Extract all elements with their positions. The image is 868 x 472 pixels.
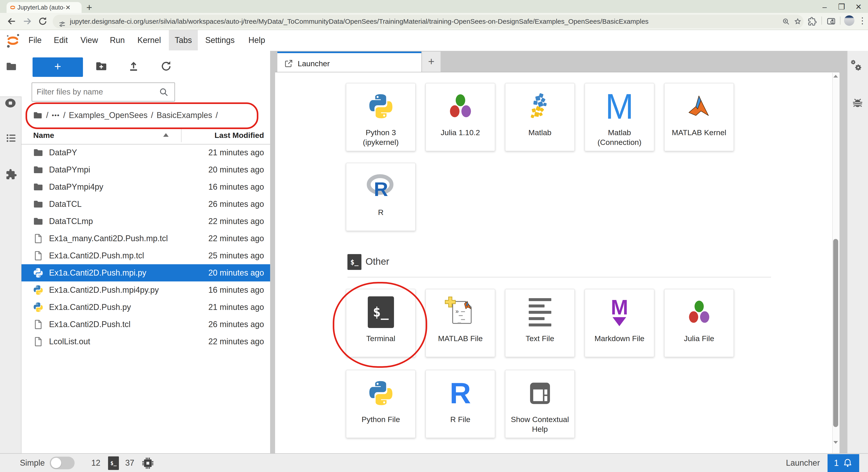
file-name: DataPYmpi	[49, 165, 90, 175]
launcher-card-label: R	[348, 208, 413, 217]
launcher-card-matlab-file[interactable]: » MATLAB File	[426, 289, 495, 357]
python-file-icon	[33, 302, 43, 313]
tab-close-icon[interactable]: ✕	[65, 4, 70, 11]
file-row[interactable]: Ex1a.Canti2D.Push.mpi4py.py 16 minutes a…	[22, 281, 270, 298]
file-row[interactable]: Ex1a.Canti2D.Push.tcl 26 minutes ago	[22, 316, 270, 333]
file-list-header[interactable]: Name Last Modified	[22, 128, 270, 145]
tab-search-icon[interactable]	[827, 17, 836, 26]
menu-tabs[interactable]: Tabs	[169, 30, 198, 51]
profile-avatar[interactable]	[844, 15, 855, 26]
launcher-card-matlab-connection-kernel[interactable]: M Matlab (Connection)	[585, 83, 654, 151]
file-modified: 20 minutes ago	[209, 268, 264, 278]
running-kernels-icon[interactable]	[4, 97, 16, 109]
tabbar-divider	[275, 72, 839, 72]
file-row[interactable]: DataTCL 26 minutes ago	[22, 195, 270, 213]
launcher-card-r-kernel[interactable]: R R	[346, 163, 416, 231]
upload-icon[interactable]	[127, 60, 140, 72]
file-row[interactable]: DataPYmpi4py 16 minutes ago	[22, 178, 270, 195]
file-row[interactable]: Ex1a.Canti2D.Push.py 21 minutes ago	[22, 298, 270, 316]
launcher-card-python-file[interactable]: Python File	[346, 370, 416, 438]
new-launcher-button[interactable]: +	[33, 57, 83, 77]
matlab-membrane-icon	[664, 87, 734, 125]
file-browser-icon[interactable]	[5, 61, 17, 72]
menu-settings[interactable]: Settings	[199, 30, 241, 51]
filter-files-box[interactable]	[32, 83, 175, 101]
browser-menu-icon[interactable]: ⋮	[858, 15, 867, 26]
terminal-count[interactable]: 12	[91, 458, 100, 468]
notification-badge[interactable]: 1	[828, 454, 859, 472]
property-inspector-gears-icon[interactable]	[850, 59, 864, 74]
matlab-puzzle-icon	[505, 87, 575, 125]
file-row[interactable]: LcolList.out 22 minutes ago	[22, 333, 270, 350]
file-name: Ex1a.Canti2D.Push.mpi4py.py	[49, 285, 159, 295]
launcher-card-label: Python File	[348, 415, 413, 424]
launcher-card-markdown-file[interactable]: M Markdown File	[585, 289, 654, 357]
back-icon[interactable]	[6, 16, 17, 27]
file-row[interactable]: DataPY 21 minutes ago	[22, 144, 270, 161]
menu-kernel[interactable]: Kernel	[131, 30, 167, 51]
kernel-count[interactable]: 37	[125, 458, 134, 468]
file-name: Ex1a_many.Canti2D.Push.mp.tcl	[49, 234, 168, 243]
new-tab-button[interactable]: +	[86, 3, 92, 12]
file-row[interactable]: Ex1a_many.Canti2D.Push.mp.tcl 22 minutes…	[22, 230, 270, 247]
debugger-bug-icon[interactable]	[851, 97, 864, 109]
launcher-card-julia-file[interactable]: Julia File	[664, 289, 734, 357]
launcher-card-matlab-kernel-2[interactable]: MATLAB Kernel	[664, 83, 734, 151]
refresh-icon[interactable]	[160, 60, 173, 72]
menu-edit[interactable]: Edit	[48, 30, 74, 51]
site-settings-icon[interactable]	[58, 20, 66, 28]
file-row[interactable]: Ex1a.Canti2D.Push.mp.tcl 25 minutes ago	[22, 247, 270, 264]
left-activity-bar-top	[0, 51, 22, 97]
launcher-card-matlab-kernel[interactable]: Matlab	[505, 83, 575, 151]
launcher-card-julia-kernel[interactable]: Julia 1.10.2	[426, 83, 495, 151]
file-modified: 20 minutes ago	[209, 165, 264, 175]
file-icon	[33, 336, 43, 347]
url-text[interactable]: jupyter.designsafe-ci.org/user/silvia/la…	[70, 18, 777, 25]
window-minimize-button[interactable]: –	[818, 2, 831, 11]
file-row[interactable]: DataPYmpi 20 minutes ago	[22, 161, 270, 178]
window-restore-button[interactable]: ❐	[835, 2, 848, 11]
window-close-button[interactable]: ✕	[852, 2, 865, 11]
annotation-terminal-circle	[333, 282, 427, 368]
tab-launcher[interactable]: Launcher	[277, 52, 421, 74]
python-file-icon	[33, 268, 43, 278]
menu-view[interactable]: View	[74, 30, 104, 51]
launcher-card-show-contextual-help[interactable]: Show Contextual Help	[505, 370, 575, 438]
scroll-down-icon[interactable]	[833, 441, 838, 444]
folder-icon	[33, 182, 43, 192]
bookmark-star-icon[interactable]	[794, 18, 802, 26]
kernel-chip-icon[interactable]	[142, 457, 154, 470]
scroll-up-icon[interactable]	[833, 75, 838, 77]
scrollbar-thumb[interactable]	[833, 239, 838, 427]
url-bar[interactable]: jupyter.designsafe-ci.org/user/silvia/la…	[53, 15, 804, 28]
new-tab-plus-button[interactable]: +	[422, 52, 440, 72]
file-modified: 22 minutes ago	[209, 234, 264, 243]
column-divider	[181, 129, 182, 142]
reload-icon[interactable]	[37, 16, 48, 27]
jupyterlab-menubar: File Edit View Run Kernel Tabs Settings …	[0, 30, 868, 51]
zoom-icon[interactable]	[782, 18, 790, 26]
launcher-card-r-file[interactable]: R R File	[426, 370, 495, 438]
simple-mode-toggle[interactable]	[50, 457, 74, 469]
launcher-card-text-file[interactable]: Text File	[505, 289, 575, 357]
menu-run[interactable]: Run	[104, 30, 131, 51]
table-of-contents-icon[interactable]	[5, 132, 17, 144]
terminal-status-icon[interactable]: $_	[108, 457, 119, 470]
new-folder-icon[interactable]	[95, 60, 107, 72]
toggle-knob	[51, 458, 61, 468]
statusbar-launcher-label[interactable]: Launcher	[786, 458, 820, 468]
menu-help[interactable]: Help	[243, 30, 271, 51]
launcher-card-python3-kernel[interactable]: Python 3 (ipykernel)	[346, 83, 416, 151]
extension-manager-icon[interactable]	[5, 168, 17, 180]
file-row[interactable]: DataTCLmp 22 minutes ago	[22, 213, 270, 230]
extensions-icon[interactable]	[807, 17, 817, 26]
svg-text:R: R	[374, 178, 388, 198]
menu-file[interactable]: File	[23, 30, 48, 51]
browser-tab[interactable]: JupyterLab (auto-j) ✕	[6, 2, 82, 13]
file-modified: 22 minutes ago	[209, 337, 264, 346]
column-name[interactable]: Name	[33, 131, 54, 140]
column-last-modified[interactable]: Last Modified	[215, 131, 264, 140]
filter-files-input[interactable]	[36, 84, 155, 100]
file-row-selected[interactable]: Ex1a.Canti2D.Push.mpi.py 20 minutes ago	[22, 264, 270, 281]
forward-icon[interactable]	[22, 16, 33, 27]
